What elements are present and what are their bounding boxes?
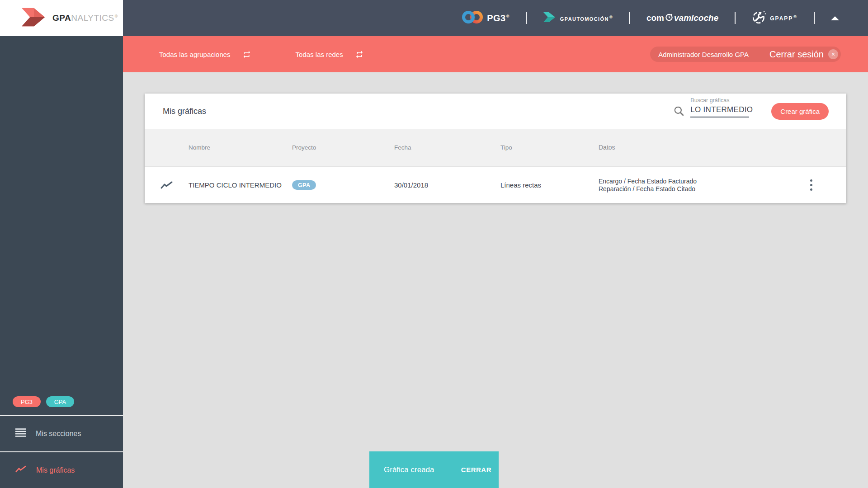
- infinity-icon: [462, 10, 483, 26]
- comprovamicoche-logo[interactable]: com vamicoche: [646, 13, 718, 23]
- search-input-label: Buscar gráficas: [690, 97, 749, 103]
- menu-icon: [15, 428, 26, 439]
- comprova-vamicoche-text: vamicoche: [674, 13, 718, 23]
- project-badge: GPA: [292, 180, 316, 190]
- page-title: Mis gráficas: [163, 107, 206, 116]
- cell-proyecto: GPA: [292, 180, 394, 190]
- card-toolbar: Mis gráficas Buscar gráficas LO INTERMED…: [145, 94, 846, 129]
- row-more-options-icon[interactable]: [808, 177, 814, 194]
- close-session-icon[interactable]: ✕: [828, 49, 838, 59]
- gpapp-wordmark: GPAPP®: [770, 14, 797, 22]
- topbar-divider: [814, 12, 815, 24]
- badge-gpa[interactable]: GPA: [46, 396, 74, 407]
- gpanalytics-logo[interactable]: GPANALYTICS®: [0, 0, 123, 36]
- teal-arrow-icon: [543, 11, 557, 25]
- column-header-tipo: Tipo: [500, 144, 599, 151]
- gpanalytics-wordmark: GPANALYTICS®: [52, 13, 118, 23]
- topbar-divider: [735, 12, 736, 24]
- current-user-label: Administrador Desarrollo GPA: [658, 51, 749, 58]
- cell-tipo: Líneas rectas: [500, 181, 599, 189]
- column-header-datos: Datos: [599, 144, 796, 151]
- search-icon[interactable]: [673, 105, 685, 117]
- search-input-value: LO INTERMEDIO: [690, 105, 753, 114]
- column-header-nombre: Nombre: [189, 144, 292, 151]
- datos-line-2: Reparación / Fecha Estado Citado: [599, 185, 796, 193]
- clock-icon: [664, 13, 674, 23]
- swap-redes-icon[interactable]: [355, 50, 364, 59]
- snackbar-close-button[interactable]: CERRAR: [461, 466, 491, 474]
- gpautomocion-wordmark: GPAUTOMOCIÓN®: [560, 15, 613, 22]
- swap-agrupaciones-icon[interactable]: [242, 50, 251, 59]
- agrupaciones-filter-label[interactable]: Todas las agrupaciones: [159, 51, 231, 58]
- sidebar: GPANALYTICS® PG3 GPA Mis secciones: [0, 0, 123, 488]
- search-input[interactable]: Buscar gráficas LO INTERMEDIO: [690, 97, 749, 117]
- pg3-wordmark: PG3®: [487, 13, 509, 23]
- table-row[interactable]: TIEMPO CICLO INTERMEDIO GPA 30/01/2018 L…: [145, 166, 846, 203]
- logout-button[interactable]: Cerrar sesión: [769, 49, 824, 60]
- topbar-divider: [629, 12, 630, 24]
- row-chart-type-icon: [145, 181, 189, 189]
- wrench-icon: [752, 10, 766, 26]
- collapse-topbar-icon[interactable]: [831, 16, 839, 20]
- badge-pg3[interactable]: PG3: [13, 396, 41, 407]
- table-header-row: Nombre Proyecto Fecha Tipo Datos: [145, 129, 846, 166]
- comprova-com-text: com: [646, 13, 664, 23]
- snackbar: Gráfica creada CERRAR: [369, 451, 499, 488]
- filter-bar: Todas las agrupaciones Todas las redes A…: [123, 36, 868, 72]
- sidebar-bottom: PG3 GPA Mis secciones Mis gráfica: [0, 389, 123, 488]
- sidebar-item-label: Mis secciones: [36, 430, 81, 438]
- top-app-bar: PG3® GPAUTOMOCIÓN® com vamicoche: [123, 0, 868, 36]
- cell-fecha: 30/01/2018: [394, 181, 500, 189]
- gpanalytics-arrow-icon: [21, 6, 47, 30]
- user-session-pill: Administrador Desarrollo GPA Cerrar sesi…: [650, 47, 841, 62]
- cell-nombre: TIEMPO CICLO INTERMEDIO: [189, 181, 292, 189]
- sidebar-item-mis-secciones[interactable]: Mis secciones: [0, 416, 123, 451]
- topbar-divider: [526, 12, 527, 24]
- pg3-logo[interactable]: PG3®: [462, 10, 509, 26]
- create-chart-button[interactable]: Crear gráfica: [771, 103, 829, 120]
- sidebar-badges: PG3 GPA: [0, 389, 123, 415]
- datos-line-1: Encargo / Fecha Estado Facturado: [599, 178, 796, 185]
- mis-graficas-card: Mis gráficas Buscar gráficas LO INTERMED…: [145, 94, 846, 203]
- gpapp-logo[interactable]: GPAPP®: [752, 10, 797, 26]
- cell-datos: Encargo / Fecha Estado Facturado Reparac…: [599, 178, 796, 193]
- sidebar-item-mis-graficas[interactable]: Mis gráficas: [0, 452, 123, 488]
- sidebar-item-label: Mis gráficas: [36, 466, 75, 474]
- snackbar-message: Gráfica creada: [384, 465, 434, 474]
- column-header-proyecto: Proyecto: [292, 144, 394, 151]
- line-chart-icon: [15, 465, 26, 475]
- gpautomocion-logo[interactable]: GPAUTOMOCIÓN®: [543, 11, 613, 25]
- column-header-fecha: Fecha: [394, 144, 500, 151]
- redes-filter-label[interactable]: Todas las redes: [296, 51, 343, 58]
